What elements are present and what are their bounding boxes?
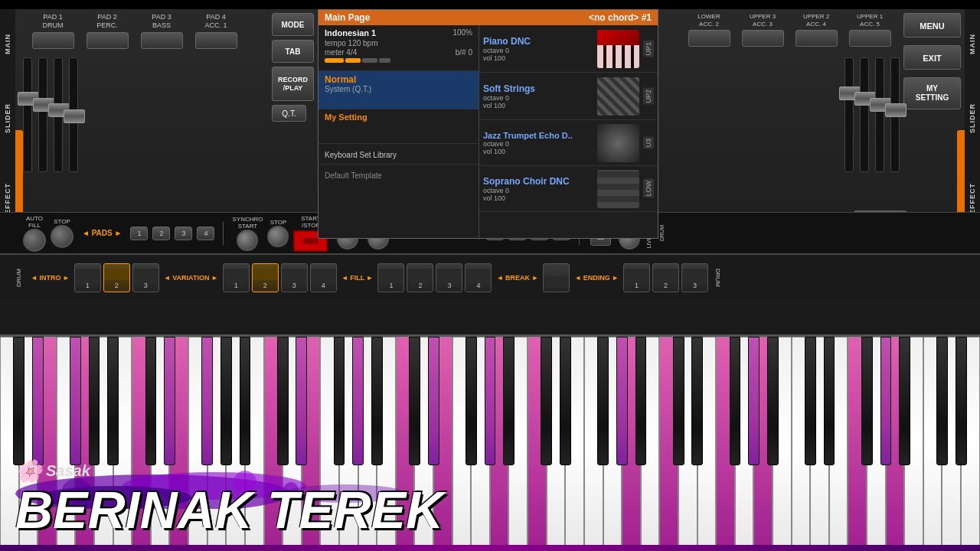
- upper3-label: UPPER 3ACC. 3: [750, 13, 776, 28]
- lower-acc2-group: LOWERACC. 2: [683, 13, 735, 47]
- pad3-button[interactable]: [141, 32, 183, 49]
- black-key-29[interactable]: [560, 337, 571, 465]
- strings-info: Soft Strings octave 0 vol 100: [483, 83, 593, 109]
- intro-btn-2[interactable]: 2: [103, 263, 130, 292]
- black-key-11[interactable]: [220, 337, 232, 465]
- black-key-5[interactable]: [107, 337, 119, 465]
- fill-btn-2[interactable]: 2: [407, 263, 433, 292]
- intro-btn-1[interactable]: 1: [74, 263, 101, 292]
- upper3-button[interactable]: [742, 30, 784, 47]
- black-key-0[interactable]: [13, 337, 24, 465]
- brand-overlay: 🌸 Sasak BERINAK TEREK: [15, 458, 443, 536]
- pad1-button[interactable]: [32, 32, 74, 49]
- ending-btn-3[interactable]: 3: [681, 263, 708, 292]
- variation-btn-3[interactable]: 3: [281, 263, 308, 292]
- instrument-row-piano[interactable]: Piano DNC octave 0 vol 100 UP1: [479, 25, 658, 73]
- black-key-49[interactable]: [936, 337, 948, 465]
- trumpet-thumb: [597, 124, 639, 162]
- stop-button[interactable]: [51, 225, 74, 248]
- fill-btn-3[interactable]: 3: [436, 263, 462, 292]
- black-key-26[interactable]: [503, 337, 514, 465]
- tab-button[interactable]: TAB: [272, 40, 314, 63]
- black-key-18[interactable]: [352, 337, 364, 465]
- black-key-43[interactable]: [824, 337, 835, 465]
- black-key-15[interactable]: [296, 337, 307, 465]
- instrument-row-trumpet[interactable]: Jazz Trumpet Echo D.. octave 0 vol 100 U…: [479, 120, 658, 166]
- black-key-4[interactable]: [89, 337, 100, 465]
- style-bar-2: [345, 58, 361, 63]
- strings-vol: vol 100: [483, 102, 593, 109]
- black-key-28[interactable]: [541, 337, 552, 465]
- qt-button[interactable]: Q.T.: [272, 105, 306, 122]
- pad2-button[interactable]: [87, 32, 129, 49]
- black-key-40[interactable]: [767, 337, 779, 465]
- synchro-start-knob[interactable]: [237, 230, 258, 251]
- variation-btn-1[interactable]: 1: [223, 263, 250, 292]
- menu-button[interactable]: MENU: [903, 13, 961, 37]
- variation-btn-4[interactable]: 4: [310, 263, 337, 292]
- keyboard-set-library-row[interactable]: Keyboard Set Library: [318, 144, 479, 165]
- auto-fill-button[interactable]: [23, 229, 46, 252]
- exit-button[interactable]: EXIT: [903, 45, 961, 70]
- style-row-normal[interactable]: Normal System (Q.T.): [318, 71, 479, 109]
- effect-label-right: EFFECT: [969, 183, 976, 214]
- black-key-10[interactable]: [201, 337, 213, 465]
- black-key-12[interactable]: [240, 337, 251, 465]
- fill-btn-1[interactable]: 1: [377, 263, 404, 292]
- right-fader-3: [875, 57, 884, 172]
- black-key-17[interactable]: [334, 337, 345, 465]
- black-key-46[interactable]: [880, 337, 892, 465]
- upper2-button[interactable]: [795, 30, 838, 47]
- black-key-14[interactable]: [277, 337, 289, 465]
- black-key-24[interactable]: [466, 337, 477, 465]
- black-key-32[interactable]: [616, 337, 628, 465]
- black-key-36[interactable]: [691, 337, 703, 465]
- pad4-button[interactable]: [195, 32, 237, 49]
- mode-button[interactable]: MODE: [272, 13, 314, 36]
- fader-handle-4[interactable]: [64, 109, 85, 123]
- upper1-button[interactable]: [849, 30, 891, 47]
- fill-btn-4[interactable]: 4: [465, 263, 492, 292]
- black-key-33[interactable]: [635, 337, 647, 465]
- black-key-42[interactable]: [805, 337, 816, 465]
- black-key-38[interactable]: [730, 337, 741, 465]
- lower-acc2-button[interactable]: [688, 30, 730, 47]
- synchro-stop-knob[interactable]: [267, 226, 289, 247]
- variation-btn-2[interactable]: 2: [252, 263, 279, 292]
- black-key-22[interactable]: [428, 337, 439, 465]
- right-fader-2: [860, 57, 869, 172]
- main-label-right: MAIN: [969, 34, 976, 54]
- pads-btn-2[interactable]: 2: [152, 227, 170, 240]
- style-bar-1: [325, 58, 344, 63]
- pads-btn-1[interactable]: 1: [130, 227, 148, 240]
- pads-btn-3[interactable]: 3: [175, 227, 192, 240]
- instrument-row-choir[interactable]: Soprano Choir DNC octave 0 vol 100 LOW: [479, 166, 658, 212]
- variation-label: ◄ VARIATION ►: [164, 274, 218, 282]
- black-key-50[interactable]: [956, 337, 967, 465]
- right-fader-handle-4[interactable]: [885, 103, 906, 117]
- instrument-row-strings[interactable]: Soft Strings octave 0 vol 100 UP2: [479, 73, 658, 120]
- black-key-39[interactable]: [748, 337, 760, 465]
- pads-btn-4[interactable]: 4: [197, 227, 214, 240]
- black-key-19[interactable]: [371, 337, 383, 465]
- black-key-35[interactable]: [673, 337, 684, 465]
- my-setting-button[interactable]: MYSETTING: [903, 77, 961, 109]
- black-key-8[interactable]: [164, 337, 175, 465]
- black-key-25[interactable]: [485, 337, 496, 465]
- ending-btn-2[interactable]: 2: [652, 263, 679, 292]
- intro-btn-3[interactable]: 3: [132, 263, 159, 292]
- black-key-7[interactable]: [145, 337, 157, 465]
- ending-btn-1[interactable]: 1: [623, 263, 650, 292]
- style-row-mysetting[interactable]: My Setting: [318, 109, 479, 144]
- style-row-indonesian[interactable]: Indonesian 1 100% tempo 120 bpm meter 4/…: [318, 25, 479, 71]
- black-key-3[interactable]: [70, 337, 81, 465]
- choir-layer: LOW: [643, 179, 654, 198]
- record-play-button[interactable]: RECORD/PLAY: [272, 67, 314, 101]
- black-key-31[interactable]: [597, 337, 609, 465]
- black-key-45[interactable]: [861, 337, 873, 465]
- black-key-1[interactable]: [32, 337, 44, 465]
- style-bar-3: [362, 58, 377, 63]
- break-btn[interactable]: [543, 263, 570, 292]
- black-key-21[interactable]: [409, 337, 420, 465]
- black-key-47[interactable]: [899, 337, 910, 465]
